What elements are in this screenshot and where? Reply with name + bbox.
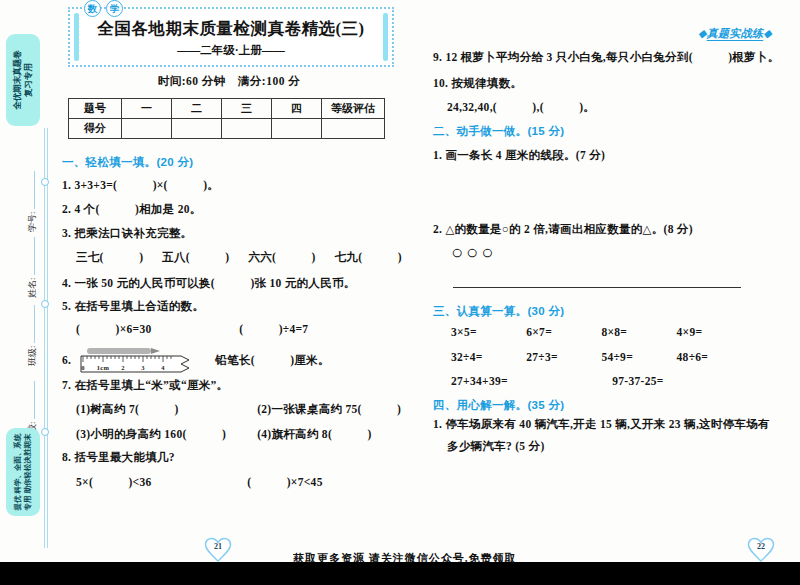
bottom-badge-line2: 专用 助你轻松决胜期末 [23,433,33,510]
question-3-items: 三七( ) 五八( ) 六六( ) 七九( ) [62,250,402,265]
class-field: 班级: [26,294,39,366]
section-2-header: 二、动手做一做。(15 分) [433,124,564,139]
scan-black-bar [0,562,800,585]
svg-text:3: 3 [141,364,145,371]
blank-line [34,381,35,419]
blank-line [34,171,35,209]
score-empty-cell [122,119,172,139]
sidebar-node-icon [41,178,49,186]
question-8: 8. 括号里最大能填几? [62,450,175,465]
title-box-right-bar [383,13,388,61]
ruler-break-icon [181,356,189,372]
student-id-field: 学号: [26,160,39,232]
score-empty-cell [272,119,322,139]
watermark-text: 获取更多资源 请关注微信公众号,免费领取 [293,551,533,562]
score-table-header-cell: 三 [222,99,272,119]
question-4: 4. 一张 50 元的人民币可以换( )张 10 元的人民币。 [62,276,356,291]
question-1: 1. 3+3+3=( )×( )。 [62,178,219,193]
answer-line [453,287,741,288]
student-name-field: 姓名: [26,226,39,298]
calc-row-1: 3×5= 6×7= 8×8= 4×9= [451,326,702,338]
left-page: 数 学 全国各地期末质量检测真卷精选(三) ——二年级·上册—— 时间:60 分… [62,0,412,560]
subject-badge: 数 学 [84,0,123,17]
subject-char-icon: 学 [106,0,123,17]
right-page: ◆真题实战练◆ 9. 12 根萝卜平均分给 3 只小白兔,每只小白兔分到( )根… [433,0,778,560]
diamond-icon: ◆ [698,27,707,39]
svg-text:2: 2 [121,364,125,371]
score-table-header-cell: 四 [272,99,322,119]
score-table: 题号 一 二 三 四 等级评估 得分 [68,98,385,139]
exam-title: 全国各地期末质量检测真卷精选(三) [70,18,392,40]
subject-char-icon: 数 [84,0,101,17]
given-circles: ○○○ [437,241,496,264]
score-table-header-cell: 等级评估 [322,99,385,119]
score-table-header-cell: 题号 [69,99,122,119]
exam-title-box: 数 学 全国各地期末质量检测真卷精选(三) ——二年级·上册—— [68,7,394,67]
sidebar-node-icon [41,300,49,308]
score-table-header-cell: 二 [172,99,222,119]
practice-corner-tag: ◆真题实战练◆ [698,26,772,41]
table-row: 题号 一 二 三 四 等级评估 [69,99,385,119]
section-2-question-1: 1. 画一条长 4 厘米的线段。(7 分) [433,148,605,163]
section-3-header: 三、认真算一算。(30 分) [433,304,564,319]
bottom-badge-line1: 提优 科学、全面、系统 [13,433,23,510]
sidebar-rule-line [44,128,48,548]
question-9: 9. 12 根萝卜平均分给 3 只小白兔,每只小白兔分到( )根萝卜。 [433,50,780,65]
question-5-items: ( )×6=30 ( )÷4=7 [62,322,308,337]
page-number-left: 21 [203,536,233,563]
question-7: 7. 在括号里填上“米”或“厘米”。 [62,378,228,393]
section-4-header: 四、用心解一解。(35 分) [433,398,564,413]
table-row: 得分 [69,119,385,139]
question-2: 2. 4 个( )相加是 20。 [62,202,202,217]
section-2-question-2: 2. △的数量是○的 2 倍,请画出相应数量的△。(8 分) [433,222,693,237]
diamond-icon: ◆ [763,27,772,39]
time-score-line: 时间:60 分钟 满分:100 分 [68,74,390,89]
pencil-body [87,348,151,354]
question-7-items-row2: (3)小明的身高约 160( ) (4)旗杆高约 8( ) [62,427,372,442]
blank-line [34,237,35,275]
score-empty-cell [322,119,385,139]
sidebar-top-badge: 全优期末真题卷 复习专用 [6,34,40,126]
section-4-question-1-line2: 多少辆汽车? (5 分) [433,439,545,454]
pencil-tip [151,348,160,354]
blank-line [34,305,35,343]
question-6-text: 铅笔长( )厘米。 [215,353,329,368]
section-4-question-1-line1: 1. 停车场原来有 40 辆汽车,开走 15 辆,又开来 23 辆,这时停车场有 [433,417,770,432]
question-3: 3. 把乘法口诀补充完整。 [62,226,192,241]
sidebar-node-icon [41,428,49,436]
question-6: 6. [62,344,330,376]
section-1-header: 一、轻松填一填。(20 分) [62,155,193,170]
sidebar-bottom-badge: 提优 科学、全面、系统 专用 助你轻松决胜期末 [6,428,40,516]
score-empty-cell [172,119,222,139]
page-number-right: 22 [746,536,776,563]
calc-row-3: 27+34+39= 97-37-25= [451,375,664,387]
question-8-items: 5×( )<36 ( )×7<45 [62,475,323,490]
question-5: 5. 在括号里填上合适的数。 [62,299,204,314]
score-label-cell: 得分 [69,119,122,139]
svg-text:4: 4 [161,364,165,371]
question-10: 10. 按规律填数。 [433,76,522,91]
top-badge-line1: 全优期末真题卷 [12,50,23,110]
svg-text:1cm: 1cm [97,364,110,371]
svg-text:0: 0 [81,364,85,371]
ruler-pencil-image: 0 1cm 2 3 4 [77,344,197,376]
calc-row-2: 32÷4= 27÷3= 54÷9= 48÷6= [451,351,708,363]
question-10-sequence: 24,32,40,( ),( )。 [433,100,595,115]
scanned-exam-spread: 全优期末真题卷 复习专用 学号: 姓名: 班级: 学校: 提优 科学、全面、系统… [0,0,800,585]
question-7-items-row1: (1)树高约 7( ) (2)一张课桌高约 75( ) [62,402,401,417]
score-empty-cell [222,119,272,139]
exam-subtitle: ——二年级·上册—— [70,43,392,58]
score-table-header-cell: 一 [122,99,172,119]
top-badge-line2: 复习专用 [23,63,34,97]
title-box-left-bar [74,13,79,61]
